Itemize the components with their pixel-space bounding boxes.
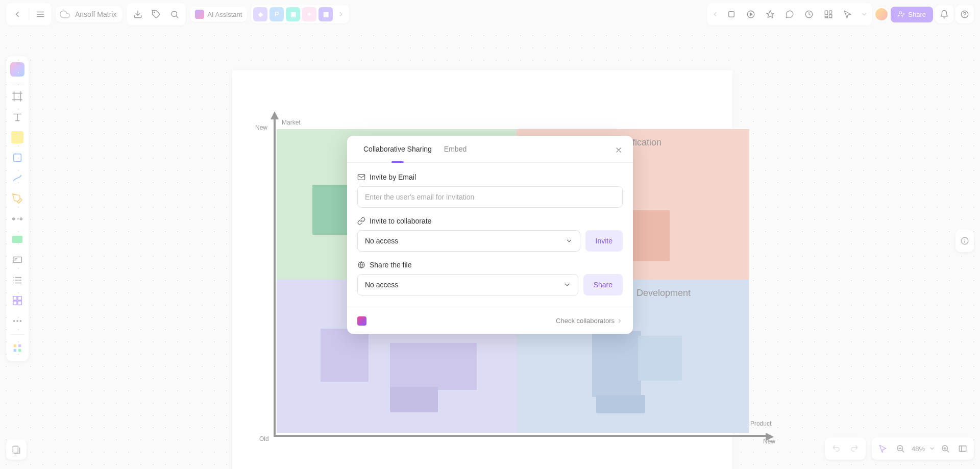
share-access-value: No access (365, 281, 398, 289)
tab-collaborative-sharing[interactable]: Collaborative Sharing (357, 136, 438, 162)
invite-email-label: Invite by Email (370, 173, 416, 181)
modal-footer: Check collaborators (347, 308, 633, 334)
invite-access-select[interactable]: No access (357, 230, 580, 252)
invite-link-section: Invite to collaborate No access Invite (357, 217, 623, 252)
modal-share-button[interactable]: Share (583, 274, 623, 295)
invite-email-section: Invite by Email (357, 173, 623, 208)
share-file-label: Share the file (370, 261, 412, 269)
email-input[interactable] (357, 186, 623, 208)
link-icon (357, 217, 365, 225)
share-modal: Collaborative Sharing Embed Invite by Em… (347, 136, 633, 334)
invite-row: No access Invite (357, 230, 623, 252)
brand-logo (357, 316, 366, 326)
invite-link-label: Invite to collaborate (370, 217, 431, 225)
globe-icon (357, 261, 365, 269)
modal-body: Invite by Email Invite to collaborate No… (347, 163, 633, 308)
invite-email-header: Invite by Email (357, 173, 623, 181)
share-access-select[interactable]: No access (357, 274, 578, 295)
chevron-down-icon (564, 281, 571, 288)
share-file-section: Share the file No access Share (357, 261, 623, 295)
modal-overlay[interactable]: Collaborative Sharing Embed Invite by Em… (0, 0, 980, 469)
share-file-header: Share the file (357, 261, 623, 269)
modal-tabs: Collaborative Sharing Embed (347, 136, 633, 163)
tab-embed[interactable]: Embed (438, 136, 473, 162)
check-collaborators-link[interactable]: Check collaborators (556, 317, 623, 325)
invite-link-header: Invite to collaborate (357, 217, 623, 225)
chevron-down-icon (566, 237, 573, 244)
invite-button[interactable]: Invite (585, 230, 623, 252)
invite-access-value: No access (365, 237, 398, 245)
email-icon (357, 173, 365, 181)
chevron-right-icon (617, 318, 623, 324)
close-button[interactable] (612, 144, 625, 156)
share-row: No access Share (357, 274, 623, 295)
